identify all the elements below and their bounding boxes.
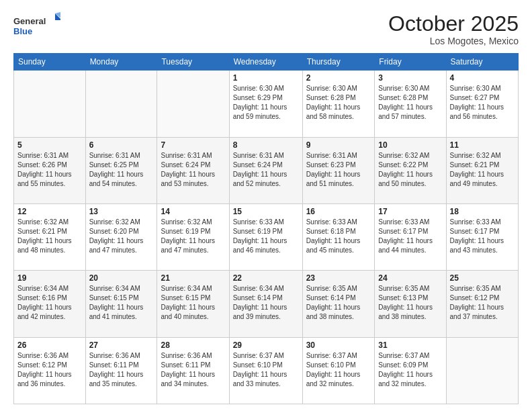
day-number: 20 bbox=[89, 273, 154, 283]
calendar-cell: 10 Sunrise: 6:32 AMSunset: 6:22 PMDaylig… bbox=[375, 137, 446, 203]
day-info: Sunrise: 6:34 AMSunset: 6:15 PMDaylight:… bbox=[89, 284, 154, 322]
calendar-cell: 17 Sunrise: 6:33 AMSunset: 6:17 PMDaylig… bbox=[375, 203, 446, 270]
calendar-table: Sunday Monday Tuesday Wednesday Thursday… bbox=[13, 53, 519, 404]
day-number: 5 bbox=[17, 140, 82, 150]
week-row-1: 1 Sunrise: 6:30 AMSunset: 6:29 PMDayligh… bbox=[14, 71, 519, 137]
day-info: Sunrise: 6:35 AMSunset: 6:14 PMDaylight:… bbox=[306, 284, 371, 322]
header-tuesday: Tuesday bbox=[157, 54, 229, 71]
logo: General Blue bbox=[13, 12, 60, 39]
calendar-cell: 7 Sunrise: 6:31 AMSunset: 6:24 PMDayligh… bbox=[157, 137, 229, 203]
month-title: October 2025 bbox=[388, 12, 519, 36]
day-number: 25 bbox=[450, 273, 515, 283]
week-row-2: 5 Sunrise: 6:31 AMSunset: 6:26 PMDayligh… bbox=[14, 137, 519, 203]
day-info: Sunrise: 6:30 AMSunset: 6:29 PMDaylight:… bbox=[233, 84, 299, 122]
calendar-cell: 12 Sunrise: 6:32 AMSunset: 6:21 PMDaylig… bbox=[14, 203, 86, 270]
day-number: 6 bbox=[89, 140, 154, 150]
calendar-cell: 2 Sunrise: 6:30 AMSunset: 6:28 PMDayligh… bbox=[302, 71, 375, 137]
calendar-cell: 31 Sunrise: 6:37 AMSunset: 6:09 PMDaylig… bbox=[375, 337, 446, 404]
day-info: Sunrise: 6:31 AMSunset: 6:23 PMDaylight:… bbox=[306, 151, 371, 189]
calendar-cell: 19 Sunrise: 6:34 AMSunset: 6:16 PMDaylig… bbox=[14, 271, 86, 337]
day-info: Sunrise: 6:31 AMSunset: 6:24 PMDaylight:… bbox=[161, 151, 225, 189]
day-number: 14 bbox=[161, 207, 225, 216]
calendar-cell: 18 Sunrise: 6:33 AMSunset: 6:17 PMDaylig… bbox=[446, 203, 518, 270]
day-info: Sunrise: 6:32 AMSunset: 6:20 PMDaylight:… bbox=[89, 218, 154, 255]
calendar-cell: 11 Sunrise: 6:32 AMSunset: 6:21 PMDaylig… bbox=[446, 137, 518, 203]
day-info: Sunrise: 6:36 AMSunset: 6:11 PMDaylight:… bbox=[89, 351, 154, 389]
day-number: 29 bbox=[233, 340, 299, 350]
calendar-cell: 26 Sunrise: 6:36 AMSunset: 6:12 PMDaylig… bbox=[14, 337, 86, 404]
day-number: 4 bbox=[450, 73, 515, 83]
title-block: October 2025 Los Mogotes, Mexico bbox=[388, 12, 519, 46]
calendar-cell: 14 Sunrise: 6:32 AMSunset: 6:19 PMDaylig… bbox=[157, 203, 229, 270]
day-info: Sunrise: 6:35 AMSunset: 6:12 PMDaylight:… bbox=[450, 284, 515, 322]
svg-text:Blue: Blue bbox=[13, 26, 32, 36]
day-number: 3 bbox=[378, 73, 442, 83]
day-number: 15 bbox=[233, 207, 299, 216]
day-number: 8 bbox=[233, 140, 299, 150]
day-info: Sunrise: 6:31 AMSunset: 6:26 PMDaylight:… bbox=[17, 151, 82, 189]
calendar-cell: 5 Sunrise: 6:31 AMSunset: 6:26 PMDayligh… bbox=[14, 137, 86, 203]
day-info: Sunrise: 6:33 AMSunset: 6:19 PMDaylight:… bbox=[233, 218, 299, 255]
header-wednesday: Wednesday bbox=[229, 54, 302, 71]
header-sunday: Sunday bbox=[14, 54, 86, 71]
day-info: Sunrise: 6:34 AMSunset: 6:15 PMDaylight:… bbox=[161, 284, 225, 322]
day-info: Sunrise: 6:37 AMSunset: 6:09 PMDaylight:… bbox=[378, 351, 442, 389]
calendar-cell: 6 Sunrise: 6:31 AMSunset: 6:25 PMDayligh… bbox=[85, 137, 157, 203]
day-number: 19 bbox=[17, 273, 82, 283]
calendar-cell bbox=[85, 71, 157, 137]
calendar-cell bbox=[446, 337, 518, 404]
calendar-cell bbox=[14, 71, 86, 137]
day-number: 28 bbox=[161, 340, 225, 350]
day-info: Sunrise: 6:34 AMSunset: 6:14 PMDaylight:… bbox=[233, 284, 299, 322]
day-info: Sunrise: 6:33 AMSunset: 6:17 PMDaylight:… bbox=[450, 218, 515, 255]
day-info: Sunrise: 6:31 AMSunset: 6:25 PMDaylight:… bbox=[89, 151, 154, 189]
day-number: 21 bbox=[161, 273, 225, 283]
day-number: 13 bbox=[89, 207, 154, 216]
calendar-cell: 27 Sunrise: 6:36 AMSunset: 6:11 PMDaylig… bbox=[85, 337, 157, 404]
day-info: Sunrise: 6:37 AMSunset: 6:10 PMDaylight:… bbox=[233, 351, 299, 389]
day-info: Sunrise: 6:36 AMSunset: 6:12 PMDaylight:… bbox=[17, 351, 82, 389]
day-info: Sunrise: 6:33 AMSunset: 6:17 PMDaylight:… bbox=[378, 218, 442, 255]
day-number: 7 bbox=[161, 140, 225, 150]
calendar-cell: 3 Sunrise: 6:30 AMSunset: 6:28 PMDayligh… bbox=[375, 71, 446, 137]
weekday-header-row: Sunday Monday Tuesday Wednesday Thursday… bbox=[14, 54, 519, 71]
day-info: Sunrise: 6:32 AMSunset: 6:21 PMDaylight:… bbox=[450, 151, 515, 189]
calendar-cell: 1 Sunrise: 6:30 AMSunset: 6:29 PMDayligh… bbox=[229, 71, 302, 137]
day-info: Sunrise: 6:32 AMSunset: 6:22 PMDaylight:… bbox=[378, 151, 442, 189]
calendar-cell: 15 Sunrise: 6:33 AMSunset: 6:19 PMDaylig… bbox=[229, 203, 302, 270]
day-info: Sunrise: 6:37 AMSunset: 6:10 PMDaylight:… bbox=[306, 351, 371, 389]
calendar-cell: 4 Sunrise: 6:30 AMSunset: 6:27 PMDayligh… bbox=[446, 71, 518, 137]
day-number: 1 bbox=[233, 73, 299, 83]
day-info: Sunrise: 6:31 AMSunset: 6:24 PMDaylight:… bbox=[233, 151, 299, 189]
page: General Blue October 2025 Los Mogotes, M… bbox=[0, 0, 532, 411]
day-number: 22 bbox=[233, 273, 299, 283]
header-monday: Monday bbox=[85, 54, 157, 71]
day-info: Sunrise: 6:32 AMSunset: 6:19 PMDaylight:… bbox=[161, 218, 225, 255]
day-info: Sunrise: 6:36 AMSunset: 6:11 PMDaylight:… bbox=[161, 351, 225, 389]
calendar-cell: 25 Sunrise: 6:35 AMSunset: 6:12 PMDaylig… bbox=[446, 271, 518, 337]
week-row-4: 19 Sunrise: 6:34 AMSunset: 6:16 PMDaylig… bbox=[14, 271, 519, 337]
day-number: 16 bbox=[306, 207, 371, 216]
day-info: Sunrise: 6:34 AMSunset: 6:16 PMDaylight:… bbox=[17, 284, 82, 322]
day-number: 31 bbox=[378, 340, 442, 350]
calendar-cell: 9 Sunrise: 6:31 AMSunset: 6:23 PMDayligh… bbox=[302, 137, 375, 203]
calendar-cell: 16 Sunrise: 6:33 AMSunset: 6:18 PMDaylig… bbox=[302, 203, 375, 270]
day-info: Sunrise: 6:33 AMSunset: 6:18 PMDaylight:… bbox=[306, 218, 371, 255]
svg-text:General: General bbox=[13, 16, 46, 26]
header-saturday: Saturday bbox=[446, 54, 518, 71]
header-thursday: Thursday bbox=[302, 54, 375, 71]
week-row-5: 26 Sunrise: 6:36 AMSunset: 6:12 PMDaylig… bbox=[14, 337, 519, 404]
header: General Blue October 2025 Los Mogotes, M… bbox=[13, 12, 519, 46]
calendar-cell: 28 Sunrise: 6:36 AMSunset: 6:11 PMDaylig… bbox=[157, 337, 229, 404]
calendar-cell: 23 Sunrise: 6:35 AMSunset: 6:14 PMDaylig… bbox=[302, 271, 375, 337]
day-number: 30 bbox=[306, 340, 371, 350]
logo-icon: General Blue bbox=[13, 12, 60, 39]
calendar-cell: 20 Sunrise: 6:34 AMSunset: 6:15 PMDaylig… bbox=[85, 271, 157, 337]
day-info: Sunrise: 6:30 AMSunset: 6:27 PMDaylight:… bbox=[450, 84, 515, 122]
calendar-cell: 30 Sunrise: 6:37 AMSunset: 6:10 PMDaylig… bbox=[302, 337, 375, 404]
day-number: 26 bbox=[17, 340, 82, 350]
day-info: Sunrise: 6:35 AMSunset: 6:13 PMDaylight:… bbox=[378, 284, 442, 322]
calendar-cell bbox=[157, 71, 229, 137]
calendar-cell: 24 Sunrise: 6:35 AMSunset: 6:13 PMDaylig… bbox=[375, 271, 446, 337]
week-row-3: 12 Sunrise: 6:32 AMSunset: 6:21 PMDaylig… bbox=[14, 203, 519, 270]
